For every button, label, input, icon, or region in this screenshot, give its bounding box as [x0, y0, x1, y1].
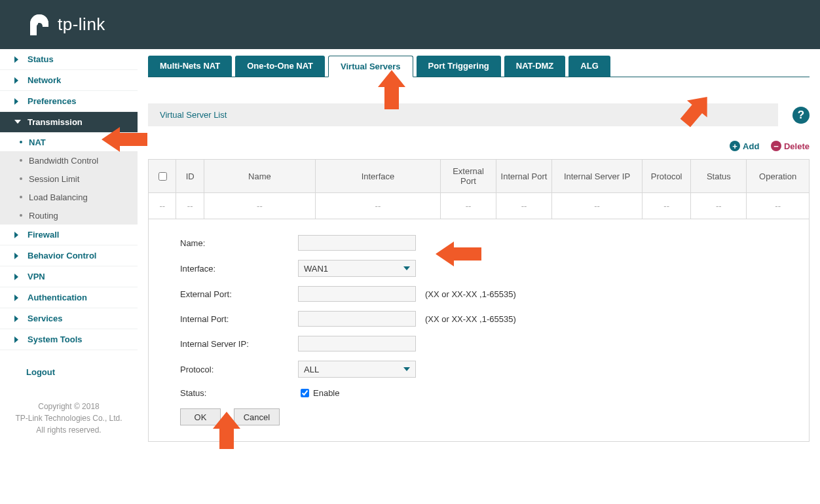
col-name: Name: [204, 160, 315, 193]
svg-marker-10: [14, 295, 18, 301]
select-all-checkbox[interactable]: [158, 172, 167, 181]
tab-bar: Multi-Nets NAT One-to-One NAT Virtual Se…: [148, 56, 810, 77]
tplink-logo-icon: [26, 12, 52, 38]
tab-port-triggering[interactable]: Port Triggering: [417, 56, 501, 77]
status-label: Status:: [180, 388, 298, 398]
add-form: Name: Interface: WAN1: [149, 219, 810, 442]
help-icon[interactable]: ?: [792, 107, 810, 124]
col-int-port: Internal Port: [496, 160, 551, 193]
sidebar-item-status[interactable]: Status: [0, 49, 138, 70]
copyright: Copyright © 2018 TP-Link Technologies Co…: [0, 394, 138, 449]
tab-nat-dmz[interactable]: NAT-DMZ: [504, 56, 566, 77]
status-enable-label: Enable: [313, 388, 339, 398]
sidebar-item-firewall[interactable]: Firewall: [0, 225, 138, 245]
svg-marker-6: [14, 120, 21, 124]
int-port-input[interactable]: [298, 311, 416, 327]
svg-marker-13: [403, 266, 410, 270]
ext-port-label: External Port:: [180, 289, 298, 299]
caret-down-icon: [14, 120, 21, 125]
col-ext-port: External Port: [441, 160, 496, 193]
virtual-server-table: ID Name Interface External Port Internal…: [148, 159, 810, 442]
sidebar-item-network[interactable]: Network: [0, 70, 138, 91]
svg-marker-4: [14, 77, 18, 84]
sidebar-label: Network: [28, 75, 61, 85]
logout-link[interactable]: Logout: [0, 350, 138, 394]
sidebar-label: System Tools: [28, 334, 83, 344]
ext-port-input[interactable]: [298, 286, 416, 302]
delete-label: Delete: [784, 141, 810, 151]
tab-alg[interactable]: ALG: [568, 56, 610, 77]
copyright-line: Copyright © 2018: [3, 401, 134, 412]
cell: --: [315, 193, 440, 219]
svg-marker-14: [403, 367, 410, 371]
copyright-line: All rights reserved.: [3, 424, 134, 436]
caret-right-icon: [14, 77, 21, 84]
status-enable-wrap[interactable]: Enable: [298, 387, 339, 399]
svg-marker-3: [14, 56, 18, 63]
caret-right-icon: [14, 274, 21, 280]
chevron-down-icon: [403, 365, 410, 374]
int-ip-input[interactable]: [298, 336, 416, 351]
ok-button[interactable]: OK: [180, 408, 221, 425]
cell: --: [496, 193, 551, 219]
sidebar-sub-routing[interactable]: Routing: [0, 206, 138, 225]
sidebar-item-auth[interactable]: Authentication: [0, 287, 138, 308]
sidebar-label: Behavior Control: [28, 251, 96, 261]
interface-select[interactable]: WAN1: [298, 260, 416, 277]
cell: --: [643, 193, 691, 219]
sidebar-sub-label: Load Balancing: [29, 192, 88, 202]
name-input[interactable]: [298, 235, 416, 251]
caret-right-icon: [14, 253, 21, 259]
sidebar-label: Authentication: [28, 293, 87, 302]
tab-virtual-servers[interactable]: Virtual Servers: [328, 56, 413, 77]
cell: --: [551, 193, 642, 219]
col-id: ID: [176, 160, 204, 193]
chevron-down-icon: [403, 264, 410, 274]
sidebar-sub-label: Bandwidth Control: [29, 156, 98, 166]
cell: --: [149, 193, 176, 219]
interface-label: Interface:: [180, 264, 298, 274]
sidebar-label: Preferences: [28, 96, 76, 106]
caret-right-icon: [14, 232, 21, 238]
delete-button[interactable]: − Delete: [771, 141, 810, 151]
table-row-empty: -- -- -- -- -- -- -- -- -- --: [149, 193, 810, 219]
sidebar-sub-loadbal[interactable]: Load Balancing: [0, 188, 138, 206]
add-button[interactable]: + Add: [730, 141, 759, 151]
sidebar-label: VPN: [28, 272, 45, 281]
sidebar-item-services[interactable]: Services: [0, 308, 138, 329]
sidebar-item-preferences[interactable]: Preferences: [0, 91, 138, 112]
sidebar-item-systools[interactable]: System Tools: [0, 329, 138, 350]
cell: --: [176, 193, 204, 219]
protocol-label: Protocol:: [180, 365, 298, 374]
cell: --: [441, 193, 496, 219]
sidebar-sub-label: Session Limit: [29, 174, 79, 184]
protocol-select[interactable]: ALL: [298, 361, 416, 378]
caret-right-icon: [14, 56, 21, 63]
sidebar-sub-label: NAT: [29, 137, 46, 147]
brand-logo: tp-link: [26, 12, 105, 38]
minus-icon: −: [771, 141, 781, 151]
brand-name: tp-link: [58, 14, 105, 35]
status-enable-checkbox[interactable]: [301, 389, 309, 397]
tab-onetoone[interactable]: One-to-One NAT: [235, 56, 325, 77]
panel-title: Virtual Server List: [148, 103, 778, 126]
sidebar: Status Network Preferences Transmission …: [0, 49, 138, 449]
cancel-button[interactable]: Cancel: [234, 408, 280, 425]
caret-right-icon: [14, 98, 21, 105]
svg-marker-5: [14, 98, 18, 105]
sidebar-sub-bandwidth[interactable]: Bandwidth Control: [0, 151, 138, 170]
main-content: Multi-Nets NAT One-to-One NAT Virtual Se…: [138, 49, 820, 449]
app-header: tp-link: [0, 0, 820, 49]
sidebar-item-vpn[interactable]: VPN: [0, 266, 138, 287]
sidebar-sub-session[interactable]: Session Limit: [0, 170, 138, 188]
cell: --: [747, 193, 810, 219]
sidebar-item-behavior[interactable]: Behavior Control: [0, 245, 138, 266]
name-label: Name:: [180, 238, 298, 248]
sidebar-sub-nat[interactable]: NAT: [0, 133, 138, 151]
plus-icon: +: [730, 141, 740, 151]
col-protocol: Protocol: [643, 160, 691, 193]
sidebar-item-transmission[interactable]: Transmission: [0, 112, 138, 133]
sidebar-label: Transmission: [28, 117, 83, 127]
svg-marker-7: [14, 232, 18, 238]
tab-multinets[interactable]: Multi-Nets NAT: [148, 56, 232, 77]
